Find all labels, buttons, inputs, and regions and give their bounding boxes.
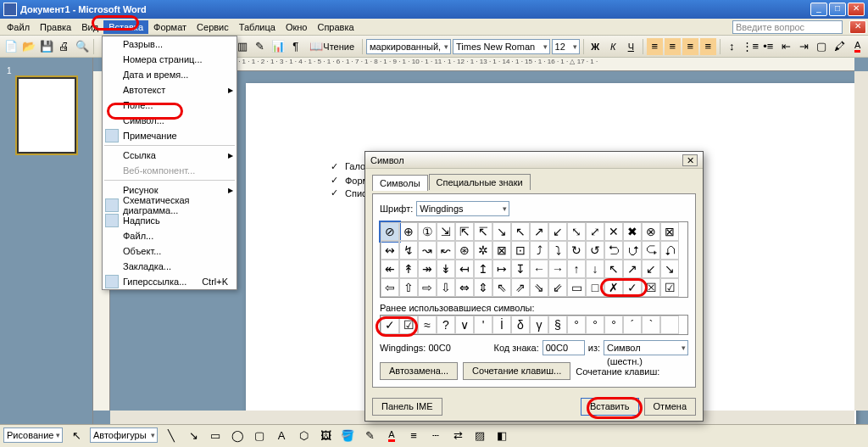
recent-symbol-cell[interactable]: İ <box>492 316 511 334</box>
highlight-icon[interactable]: 🖍 <box>832 38 848 55</box>
symbol-cell[interactable]: ↘ <box>660 260 679 278</box>
close-button[interactable]: ✕ <box>848 3 865 16</box>
menu-item-[interactable]: Ссылка▶ <box>103 148 236 163</box>
recent-symbol-cell[interactable]: ? <box>437 316 455 334</box>
reading-button[interactable]: 📖 Чтение <box>305 38 359 55</box>
symbol-cell[interactable]: ① <box>418 222 437 241</box>
symbol-cell[interactable]: ✗ <box>604 278 623 297</box>
symbol-cell[interactable]: ✲ <box>474 241 492 260</box>
symbol-cell[interactable]: ⤴ <box>530 241 548 260</box>
chart-icon[interactable]: 📊 <box>270 38 286 55</box>
menu-help[interactable]: Справка <box>312 20 359 34</box>
bullets-icon[interactable]: •≡ <box>760 38 776 55</box>
menu-insert[interactable]: Вставка <box>103 20 148 34</box>
symbol-cell[interactable]: ↠ <box>418 260 437 278</box>
symbol-cell[interactable]: ⮎ <box>642 241 660 260</box>
symbol-cell[interactable]: ↦ <box>492 260 511 278</box>
cancel-button[interactable]: Отмена <box>644 398 696 416</box>
insert-button[interactable]: Вставить <box>581 398 639 416</box>
code-input[interactable]: 00C0 <box>542 340 585 355</box>
symbol-cell[interactable]: ⇕ <box>474 278 492 297</box>
line-color-icon[interactable]: ✎ <box>361 427 378 444</box>
symbol-cell[interactable]: ⤢ <box>586 222 604 241</box>
open-icon[interactable]: 📂 <box>20 38 36 55</box>
size-select[interactable]: 12 <box>552 39 580 54</box>
recent-symbol-cell[interactable]: δ <box>511 316 530 334</box>
font-color-icon[interactable]: A <box>849 38 865 55</box>
maximize-button[interactable]: □ <box>829 3 846 16</box>
symbol-cell[interactable]: ✓ <box>623 278 642 297</box>
symbol-cell[interactable]: ↗ <box>530 222 548 241</box>
recent-symbol-cell[interactable]: ≈ <box>418 316 437 334</box>
preview-icon[interactable]: 🔍 <box>74 38 90 55</box>
clipart-icon[interactable]: 🖼 <box>317 427 334 444</box>
symbol-cell[interactable]: ⊕ <box>399 222 418 241</box>
recent-symbol-cell[interactable]: ° <box>604 316 623 334</box>
menu-item-[interactable]: Веб-компонент... <box>103 163 236 178</box>
symbol-cell[interactable]: ↘ <box>492 222 511 241</box>
menu-item-[interactable]: Примечание <box>103 128 236 143</box>
doc-close-button[interactable]: ✕ <box>849 20 866 34</box>
menu-view[interactable]: Вид <box>76 20 103 34</box>
menu-item-[interactable]: Объект... <box>103 243 236 259</box>
symbol-cell[interactable]: ↭ <box>381 241 399 260</box>
symbol-cell[interactable]: ↟ <box>399 260 418 278</box>
symbol-cell[interactable]: ⇖ <box>492 278 511 297</box>
symbol-cell[interactable]: ⇙ <box>548 278 567 297</box>
menu-format[interactable]: Формат <box>148 20 192 34</box>
recent-symbol-cell[interactable]: ∨ <box>455 316 474 334</box>
numbering-icon[interactable]: ⋮≡ <box>742 38 759 55</box>
menu-item-[interactable]: Закладка... <box>103 259 236 274</box>
symbol-cell[interactable]: ⤡ <box>567 222 586 241</box>
outdent-icon[interactable]: ⇤ <box>778 38 794 55</box>
symbol-cell[interactable]: ⇗ <box>511 278 530 297</box>
fill-color-icon[interactable]: 🪣 <box>339 427 356 444</box>
recent-symbol-cell[interactable]: § <box>548 316 567 334</box>
textbox-icon[interactable]: ▢ <box>251 427 268 444</box>
symbol-cell[interactable]: ↗ <box>623 260 642 278</box>
menu-item-[interactable]: Файл... <box>103 228 236 243</box>
menu-edit[interactable]: Правка <box>35 20 76 34</box>
new-doc-icon[interactable]: 📄 <box>3 38 19 55</box>
diagram-icon[interactable]: ⬡ <box>295 427 312 444</box>
symbol-cell[interactable]: ↝ <box>418 241 437 260</box>
menu-item-[interactable]: Надпись <box>103 213 236 228</box>
rect-icon[interactable]: ▭ <box>207 427 224 444</box>
menu-item-[interactable]: Схематическая диаграмма... <box>103 198 236 213</box>
drawing-icon[interactable]: ✎ <box>252 38 268 55</box>
symbol-cell[interactable]: ⇱ <box>455 222 474 241</box>
symbol-cell[interactable]: ⇘ <box>530 278 548 297</box>
symbol-cell[interactable]: ⇲ <box>437 222 455 241</box>
symbol-cell[interactable]: ⇩ <box>437 278 455 297</box>
symbol-cell[interactable]: ✕ <box>604 222 623 241</box>
menu-item-[interactable]: Гиперссылка...Ctrl+K <box>103 274 236 289</box>
menu-tools[interactable]: Сервис <box>192 20 234 34</box>
symbol-cell[interactable]: ⇦ <box>381 278 399 297</box>
symbol-cell[interactable]: ↙ <box>642 260 660 278</box>
menu-file[interactable]: Файл <box>2 20 35 34</box>
oval-icon[interactable]: ◯ <box>229 427 246 444</box>
symbol-cell[interactable]: ↡ <box>437 260 455 278</box>
symbol-cell[interactable]: ⊡ <box>511 241 530 260</box>
symbol-cell[interactable]: ⊠ <box>660 222 679 241</box>
italic-icon[interactable]: К <box>605 38 621 55</box>
recent-symbol-cell[interactable] <box>660 316 679 334</box>
symbol-cell[interactable]: ⊘ <box>381 222 399 241</box>
symbol-cell[interactable]: ↤ <box>455 260 474 278</box>
indent-icon[interactable]: ⇥ <box>796 38 812 55</box>
print-icon[interactable]: 🖨 <box>56 38 72 55</box>
justify-icon[interactable]: ≡ <box>700 38 716 55</box>
tab-symbols[interactable]: Символы <box>372 175 428 191</box>
symbol-cell[interactable]: ⮌ <box>604 241 623 260</box>
ime-panel-button[interactable]: Панель IME <box>372 398 442 416</box>
symbol-cell[interactable]: ⊛ <box>455 241 474 260</box>
symbol-cell[interactable]: ☑ <box>660 278 679 297</box>
symbol-cell[interactable]: ⇨ <box>418 278 437 297</box>
symbol-cell[interactable]: ← <box>530 260 548 278</box>
align-right-icon[interactable]: ≡ <box>682 38 698 55</box>
help-search-box[interactable]: Введите вопрос <box>732 20 843 34</box>
symbol-cell[interactable]: ⮏ <box>660 241 679 260</box>
font-color-draw-icon[interactable]: A <box>383 427 400 444</box>
symbol-cell[interactable]: → <box>548 260 567 278</box>
symbol-cell[interactable]: ⤵ <box>548 241 567 260</box>
